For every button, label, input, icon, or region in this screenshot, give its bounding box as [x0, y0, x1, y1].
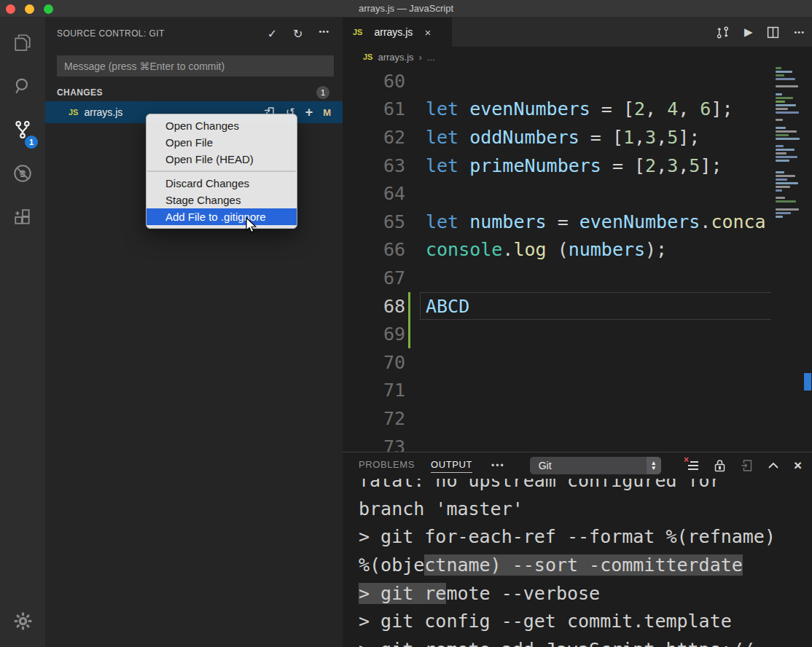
- source-control-icon[interactable]: 1: [0, 109, 45, 150]
- breadcrumb[interactable]: JS arrays.js › ...: [343, 47, 812, 67]
- panel-header: PROBLEMS OUTPUT ••• Git ▲▼ ×: [343, 452, 812, 479]
- extensions-icon[interactable]: [0, 197, 45, 238]
- run-icon[interactable]: ▶: [744, 26, 753, 39]
- changes-count-badge: 1: [316, 86, 329, 99]
- line-number: 66: [343, 239, 405, 260]
- gear-icon[interactable]: [0, 600, 45, 641]
- explorer-icon[interactable]: [0, 22, 45, 63]
- activity-bar: 1: [0, 17, 45, 647]
- tab-arrays-js[interactable]: JS arrays.js ×: [343, 17, 452, 47]
- code-line-72[interactable]: 72: [343, 404, 773, 433]
- code-text: let numbers = evenNumbers.conca: [426, 211, 766, 232]
- code-line-70[interactable]: 70: [343, 348, 773, 377]
- minimize-window-button[interactable]: [25, 4, 34, 14]
- source-control-sidebar: SOURCE CONTROL: GIT ✓ ↻ ••• CHANGES 1 JS…: [45, 17, 343, 647]
- title-bar: arrays.js — JavaScript: [0, 0, 812, 17]
- code-line-62[interactable]: 62let oddNumbers = [1,3,5];: [343, 123, 773, 152]
- line-number: 67: [343, 267, 405, 289]
- vscode-window: arrays.js — JavaScript 1: [0, 0, 812, 647]
- output-line: branch 'master': [359, 495, 812, 523]
- more-actions-icon[interactable]: •••: [794, 28, 805, 36]
- more-actions-icon[interactable]: •••: [319, 27, 329, 41]
- tab-problems[interactable]: PROBLEMS: [359, 459, 415, 472]
- changes-section-header[interactable]: CHANGES 1: [45, 84, 343, 101]
- menu-item-open-file[interactable]: Open File: [147, 134, 297, 151]
- code-line-64[interactable]: 64: [343, 179, 773, 208]
- code-editor[interactable]: 6061let evenNumbers = [2, 4, 6];62let od…: [343, 67, 773, 452]
- line-number: 72: [343, 408, 405, 429]
- git-added-gutter-marker: [408, 320, 410, 348]
- debug-icon[interactable]: [0, 153, 45, 194]
- tab-bar: JS arrays.js × ▶ •••: [343, 17, 812, 47]
- line-number: 64: [343, 183, 405, 204]
- close-tab-icon[interactable]: ×: [424, 26, 431, 39]
- line-number: 65: [343, 211, 405, 232]
- js-file-icon: JS: [69, 108, 78, 117]
- editor-scrollbar[interactable]: [803, 67, 812, 452]
- stage-changes-icon[interactable]: +: [305, 105, 313, 120]
- code-line-69[interactable]: 69: [343, 320, 773, 348]
- code-line-63[interactable]: 63let primeNumbers = [2,3,5];: [343, 152, 773, 180]
- chevron-right-icon: ›: [419, 52, 422, 63]
- output-line: %(objectname) --sort -committerdate: [359, 551, 812, 579]
- tab-output[interactable]: OUTPUT: [431, 459, 472, 473]
- code-line-65[interactable]: 65let numbers = evenNumbers.conca: [343, 208, 773, 236]
- close-panel-icon[interactable]: ×: [794, 458, 802, 474]
- code-line-61[interactable]: 61let evenNumbers = [2, 4, 6];: [343, 95, 773, 124]
- close-window-button[interactable]: [6, 4, 15, 14]
- tab-label: arrays.js: [374, 26, 413, 38]
- output-line: > git remote add JavaScript https://: [359, 635, 812, 647]
- menu-item-stage-changes[interactable]: Stage Changes: [147, 192, 297, 208]
- line-number: 63: [343, 155, 405, 176]
- source-control-badge: 1: [25, 136, 38, 149]
- more-tabs-icon[interactable]: •••: [491, 460, 505, 471]
- menu-item-open-file-head-[interactable]: Open File (HEAD): [147, 151, 297, 168]
- editor-group: JS arrays.js × ▶ •••: [343, 17, 812, 647]
- code-text: let evenNumbers = [2, 4, 6];: [426, 98, 733, 119]
- output-channel-select[interactable]: Git ▲▼: [530, 457, 661, 474]
- breadcrumb-more[interactable]: ...: [427, 52, 435, 63]
- line-number: 71: [343, 380, 405, 401]
- minimap[interactable]: [773, 67, 803, 452]
- refresh-icon[interactable]: ↻: [293, 27, 302, 41]
- search-icon[interactable]: [0, 66, 45, 106]
- output-console[interactable]: fatal: no upstream configured forbranch …: [343, 479, 812, 647]
- lock-icon[interactable]: [714, 459, 726, 472]
- split-editor-icon[interactable]: [767, 26, 779, 39]
- output-line: > git remote --verbose: [359, 579, 812, 608]
- mouse-cursor: [243, 217, 259, 235]
- sidebar-header: SOURCE CONTROL: GIT ✓ ↻ •••: [45, 25, 343, 42]
- js-file-icon: JS: [363, 52, 372, 61]
- code-line-60[interactable]: 60: [343, 67, 773, 95]
- changes-label: CHANGES: [57, 87, 316, 98]
- modified-status-badge: M: [323, 107, 331, 118]
- line-number: 68: [343, 296, 405, 317]
- output-channel-value: Git: [539, 460, 552, 471]
- maximize-panel-icon[interactable]: [768, 461, 779, 470]
- menu-item-discard-changes[interactable]: Discard Changes: [147, 175, 297, 192]
- code-line-73[interactable]: 73: [343, 433, 773, 452]
- line-number: 62: [343, 127, 405, 148]
- commit-icon[interactable]: ✓: [268, 27, 277, 41]
- code-text: let oddNumbers = [1,3,5];: [426, 127, 700, 148]
- clear-output-icon[interactable]: ×: [686, 459, 699, 472]
- code-line-66[interactable]: 66console.log (numbers);: [343, 236, 773, 264]
- scrollbar-handle[interactable]: [804, 373, 811, 391]
- breadcrumb-file[interactable]: arrays.js: [378, 52, 413, 63]
- output-line: > git config --get commit.template: [359, 607, 812, 635]
- code-line-71[interactable]: 71: [343, 377, 773, 405]
- code-text: console.log (numbers);: [426, 239, 667, 260]
- menu-item-open-changes[interactable]: Open Changes: [147, 117, 297, 134]
- code-line-67[interactable]: 67: [343, 264, 773, 292]
- commit-message-input[interactable]: [57, 55, 334, 77]
- line-number: 73: [343, 436, 405, 452]
- line-number: 70: [343, 352, 405, 373]
- git-compare-icon[interactable]: [716, 26, 730, 39]
- zoom-window-button[interactable]: [44, 4, 53, 14]
- code-line-68[interactable]: 68ABCD: [343, 292, 773, 321]
- sidebar-title: SOURCE CONTROL: GIT: [57, 28, 268, 39]
- output-line: fatal: no upstream configured for: [359, 479, 812, 495]
- menu-item-add-file-to-gitignore[interactable]: Add File to .gitignore: [147, 208, 297, 225]
- open-in-editor-icon[interactable]: [741, 459, 753, 472]
- menu-separator: [147, 170, 296, 172]
